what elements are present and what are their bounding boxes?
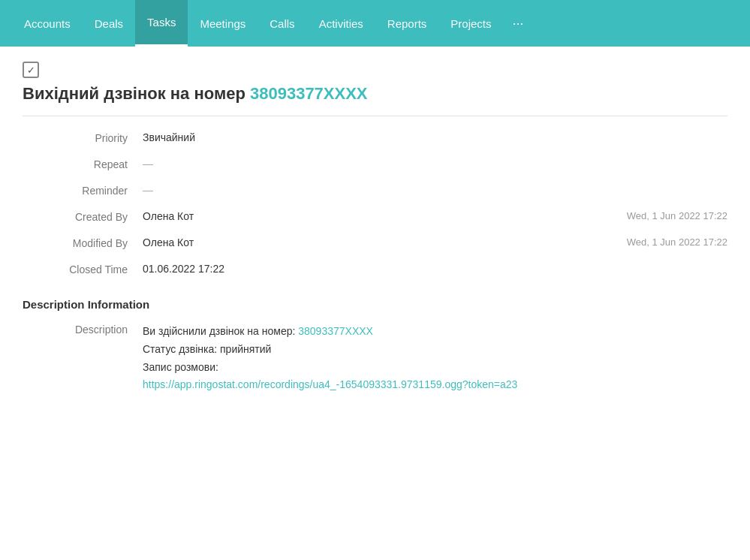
modified-by-row: Modified By Олена Кот Wed, 1 Jun 2022 17… <box>23 236 727 249</box>
nav-item-reports[interactable]: Reports <box>375 0 439 47</box>
description-row: Description Ви здійснили дзвінок на номе… <box>23 323 727 394</box>
nav-item-activities[interactable]: Activities <box>307 0 375 47</box>
task-checkbox-icon[interactable]: ✓ <box>23 62 39 78</box>
description-label: Description <box>23 323 143 336</box>
title-divider <box>23 116 727 116</box>
description-section: Description Information Description Ви з… <box>23 298 727 394</box>
page-title: Вихідний дзвінок на номер 38093377XXXX <box>23 84 727 104</box>
modified-by-name: Олена Кот <box>143 236 612 248</box>
nav-item-accounts[interactable]: Accounts <box>12 0 83 47</box>
modified-by-label: Modified By <box>23 236 143 249</box>
closed-time-row: Closed Time 01.06.2022 17:22 <box>23 263 727 275</box>
created-by-date: Wed, 1 Jun 2022 17:22 <box>627 210 727 221</box>
reminder-row: Reminder — <box>23 184 727 197</box>
desc-line2: Статус дзвінка: прийнятий <box>143 343 271 355</box>
created-by-label: Created By <box>23 210 143 223</box>
priority-row: Priority Звичайний <box>23 131 727 144</box>
priority-label: Priority <box>23 131 143 144</box>
title-phone-number: 38093377XXXX <box>250 84 368 103</box>
nav-item-deals[interactable]: Deals <box>83 0 135 47</box>
checkbox-check: ✓ <box>27 65 35 76</box>
nav-item-tasks[interactable]: Tasks <box>135 0 188 47</box>
nav-more-button[interactable]: ··· <box>504 0 533 47</box>
nav-item-meetings[interactable]: Meetings <box>188 0 258 47</box>
repeat-row: Repeat — <box>23 158 727 170</box>
description-section-header: Description Information <box>23 298 727 311</box>
navigation: Accounts Deals Tasks Meetings Calls Acti… <box>0 0 750 47</box>
title-prefix: Вихідний дзвінок на номер <box>23 84 250 103</box>
created-by-row: Created By Олена Кот Wed, 1 Jun 2022 17:… <box>23 210 727 223</box>
modified-by-date: Wed, 1 Jun 2022 17:22 <box>627 236 727 248</box>
reminder-value: — <box>143 184 727 196</box>
desc-recording-link[interactable]: https://app.ringostat.com/recordings/ua4… <box>143 378 517 390</box>
desc-phone-number: 38093377XXXX <box>298 325 373 337</box>
main-content: ✓ Вихідний дзвінок на номер 38093377XXXX… <box>0 47 750 409</box>
repeat-value: — <box>143 158 727 170</box>
repeat-label: Repeat <box>23 158 143 170</box>
desc-line3: Запис розмови: <box>143 361 218 373</box>
desc-line1-prefix: Ви здійснили дзвінок на номер: <box>143 325 298 337</box>
nav-item-projects[interactable]: Projects <box>438 0 503 47</box>
closed-time-label: Closed Time <box>23 263 143 275</box>
closed-time-value: 01.06.2022 17:22 <box>143 263 727 275</box>
description-content: Ви здійснили дзвінок на номер: 38093377X… <box>143 323 727 394</box>
priority-value: Звичайний <box>143 131 727 143</box>
reminder-label: Reminder <box>23 184 143 197</box>
created-by-name: Олена Кот <box>143 210 612 222</box>
nav-item-calls[interactable]: Calls <box>258 0 306 47</box>
fields-section: Priority Звичайний Repeat — Reminder — C… <box>23 131 727 275</box>
